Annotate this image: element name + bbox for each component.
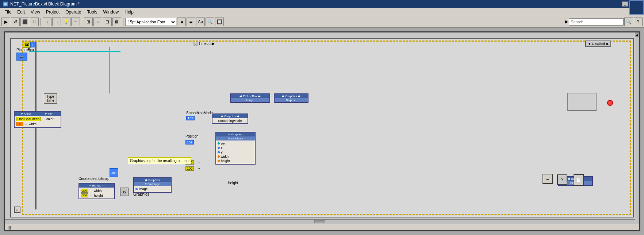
font-select[interactable]: 15pt Application Font	[125, 18, 176, 26]
search-arrow-icon: ▶	[565, 19, 568, 24]
merge-icon: =	[543, 174, 553, 184]
stop-button[interactable]	[607, 100, 613, 106]
graphics-obj-note: Graphics obj for the resulting bitmap	[128, 157, 191, 164]
step-over-button[interactable]: →	[52, 18, 61, 26]
fi-image-text: image	[139, 187, 148, 191]
pen-port-dot	[218, 142, 220, 145]
color-pen-body: DarkSeaGreen → color 2 → width	[15, 116, 61, 127]
fi-image-row: image	[135, 187, 170, 191]
run-button[interactable]: ▶	[1, 18, 10, 26]
picturebox-icon: 📷	[16, 53, 27, 61]
x-port-dot	[218, 147, 220, 149]
separator-2	[82, 18, 82, 26]
graphics-detected-label: Graphics	[133, 192, 149, 196]
smoothing-mode-label: SmoothingMode	[186, 111, 213, 115]
menu-tools[interactable]: Tools	[84, 9, 100, 15]
zoom-button[interactable]: 🔍	[206, 18, 214, 26]
x-port-text: x	[221, 146, 223, 150]
title-bar-left: ▦ NET_PictureBox.vi Block Diagram *	[3, 1, 80, 7]
color-port-row: DarkSeaGreen → color	[15, 116, 60, 122]
status-scroll-indicator: |||	[8, 225, 11, 230]
disabled-arrow-right: ▶	[606, 42, 609, 46]
pen-header: ⇄ Pen	[38, 112, 61, 116]
height-detected-label: height	[228, 181, 238, 185]
font-size-down[interactable]: ◄	[177, 18, 186, 26]
counter-66-value: 66	[25, 43, 29, 47]
width-100-arrow: →	[197, 160, 200, 164]
menu-operate[interactable]: Operate	[62, 9, 84, 15]
width-port-row: 2 → width	[15, 122, 60, 127]
extra-button[interactable]: 🔲	[215, 18, 224, 26]
bm-height-arrow: →	[89, 194, 93, 197]
color-port-label: color	[46, 117, 54, 121]
question-icon: ?	[557, 174, 567, 185]
file-symbol: 📄	[576, 178, 581, 182]
reorder-button[interactable]: ⊠	[112, 18, 121, 26]
separator-1	[41, 18, 41, 26]
position-label: Position	[185, 134, 199, 138]
y-port-dot	[218, 151, 220, 153]
create-bitmap-label: Create dest bitmap	[78, 177, 110, 181]
window-title: NET_PictureBox.vi Block Diagram *	[10, 1, 80, 7]
gd-header: ⇄ Graphics ⇄	[275, 94, 308, 98]
distribute-button[interactable]: ⊟	[103, 18, 112, 26]
disabled-label: Disabled	[592, 42, 605, 46]
color-arrow: →	[42, 117, 45, 121]
ni-logo	[629, 0, 644, 15]
bitmap-node: ⇄ Bitmap ⇄ 300 → width 300	[78, 183, 115, 199]
bitmap-body: 300 → width 300 → height	[79, 188, 114, 199]
menu-view[interactable]: View	[28, 9, 43, 15]
scroll-thumb-h[interactable]	[314, 220, 325, 223]
step-into-button[interactable]: ↓	[43, 18, 51, 26]
highlight-button[interactable]: 💡	[62, 18, 70, 26]
pause-button[interactable]: ⏸	[30, 18, 39, 26]
smoothing-value-box: 132	[186, 116, 195, 120]
timeout-indicator: [0] Timeout ▶	[193, 42, 215, 46]
pbi-header: ⇄ PictureBox ⇄	[231, 94, 269, 98]
bm-width-val: 300	[81, 189, 88, 193]
graphics-draw-ellipse-node: ⇄ Graphics DrawEllipse pen x	[215, 132, 256, 165]
graphics-sm-header: ⇄ Graphics ⇄	[212, 114, 248, 118]
color-pen-node: ⇄ Color ⇄ Pen DarkSeaGreen → color	[14, 111, 61, 128]
font-align[interactable]: ≣	[187, 18, 195, 26]
minimize-button[interactable]: _	[622, 1, 628, 7]
run-continuous-button[interactable]: ↺	[11, 18, 20, 26]
menu-help[interactable]: Help	[122, 9, 137, 15]
clean-up-button[interactable]: ⊞	[84, 18, 93, 26]
graphics-smoothing-node: ⇄ Graphics ⇄ SmoothingMode	[212, 113, 248, 124]
bm-width-arrow: →	[89, 189, 93, 193]
graphics-dispose-node: ⇄ Graphics ⇄ Dispose	[274, 93, 308, 103]
picturebox-label: PictureBox	[16, 48, 34, 52]
scrollbar-right[interactable]: ▲ ▼	[635, 32, 639, 230]
pen-port-row: pen	[217, 141, 254, 146]
menu-project[interactable]: Project	[43, 9, 62, 15]
width-port-label: width	[29, 122, 37, 126]
align-button[interactable]: ≡	[93, 18, 102, 26]
scrollbar-horizontal[interactable]	[5, 219, 635, 224]
bd-canvas[interactable]: 66 i [0] Timeout ▶ ◄ Disabled ▶ PictureB…	[4, 31, 640, 231]
menu-edit[interactable]: Edit	[14, 9, 28, 15]
pen-port-text: pen	[221, 142, 226, 145]
cluster-symbol: ⚙	[123, 190, 126, 194]
font-style[interactable]: Aa	[196, 18, 205, 26]
search-button[interactable]: 🔍	[624, 18, 633, 26]
search-input[interactable]	[569, 18, 624, 26]
abort-button[interactable]: ⬛	[20, 18, 29, 26]
fi-header: ⇄ Graphics	[134, 178, 171, 182]
scroll-up-button[interactable]: ▲	[635, 32, 639, 37]
position-value-box: 132	[185, 140, 194, 145]
title-bar: ▦ NET_PictureBox.vi Block Diagram * _ □ …	[0, 0, 644, 8]
type-time-box: Type Time	[44, 93, 57, 104]
question-symbol: ?	[561, 177, 564, 182]
help-button[interactable]: ?	[634, 18, 643, 26]
pb-icon-symbol: 📷	[20, 55, 24, 58]
retain-wire-button[interactable]: ~	[71, 18, 80, 26]
file-icon: 📄	[574, 174, 584, 186]
draw-ellipse-header: ⇄ Graphics	[216, 132, 255, 136]
menu-file[interactable]: File	[1, 9, 14, 15]
menu-window[interactable]: Window	[100, 9, 122, 15]
picturebox-text: PictureBox	[16, 48, 34, 52]
app-icon: ▦	[3, 1, 8, 7]
type-label: Type	[46, 95, 54, 99]
width-de-port-text: width	[221, 155, 229, 158]
